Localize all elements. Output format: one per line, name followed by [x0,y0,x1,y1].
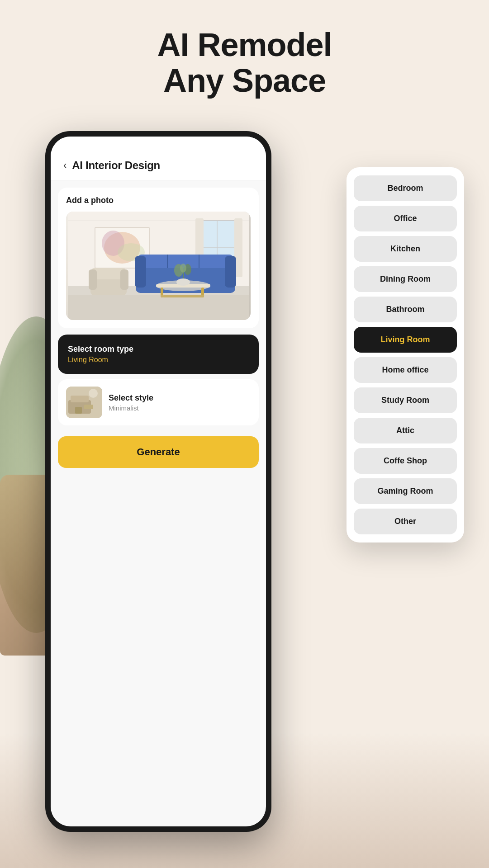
svg-rect-31 [89,269,97,290]
style-label: Select style [109,393,153,403]
dropdown-item-office[interactable]: Office [354,206,457,231]
style-value: Minimalist [109,404,153,412]
dropdown-item-dining-room[interactable]: Dining Room [354,266,457,292]
style-info: Select style Minimalist [109,393,153,412]
phone-header: ‹ AI Interior Design [51,137,266,180]
svg-rect-15 [135,256,146,288]
svg-point-28 [180,264,186,273]
room-image [66,212,251,320]
room-scene-svg [66,212,251,320]
select-style-section[interactable]: Select style Minimalist [58,379,259,425]
dropdown-item-gaming-room[interactable]: Gaming Room [354,478,457,504]
select-room-section[interactable]: Select room type Living Room [58,335,259,374]
phone-mockup: ‹ AI Interior Design Add a photo [45,131,271,832]
dropdown-item-living-room[interactable]: Living Room [354,327,457,353]
dropdown-item-kitchen[interactable]: Kitchen [354,236,457,262]
dropdown-item-bedroom[interactable]: Bedroom [354,175,457,201]
svg-point-39 [89,389,98,398]
select-room-value: Living Room [68,356,249,364]
svg-rect-16 [225,256,236,288]
phone-screen: ‹ AI Interior Design Add a photo [51,137,266,826]
svg-point-24 [176,278,190,286]
add-photo-label: Add a photo [66,196,251,205]
screen-title: AI Interior Design [72,159,160,172]
svg-rect-37 [75,407,82,414]
style-thumbnail [66,387,102,418]
dropdown-item-coffe-shop[interactable]: Coffe Shop [354,448,457,474]
select-room-label: Select room type [68,344,249,354]
svg-rect-32 [120,269,128,290]
back-arrow-icon[interactable]: ‹ [63,160,66,171]
generate-button[interactable]: Generate [58,436,259,468]
dropdown-item-bathroom[interactable]: Bathroom [354,297,457,322]
dropdown-item-attic[interactable]: Attic [354,418,457,443]
room-image-container[interactable] [66,212,251,320]
svg-rect-33 [68,295,249,320]
svg-rect-38 [84,405,93,409]
dropdown-item-study-room[interactable]: Study Room [354,387,457,413]
photo-section: Add a photo [58,188,259,328]
dropdown-item-home-office[interactable]: Home office [354,357,457,383]
dropdown-panel: BedroomOfficeKitchenDining RoomBathroomL… [347,167,464,542]
svg-rect-36 [71,396,89,402]
page-title: AI Remodel Any Space [0,27,489,99]
dropdown-item-other[interactable]: Other [354,509,457,534]
